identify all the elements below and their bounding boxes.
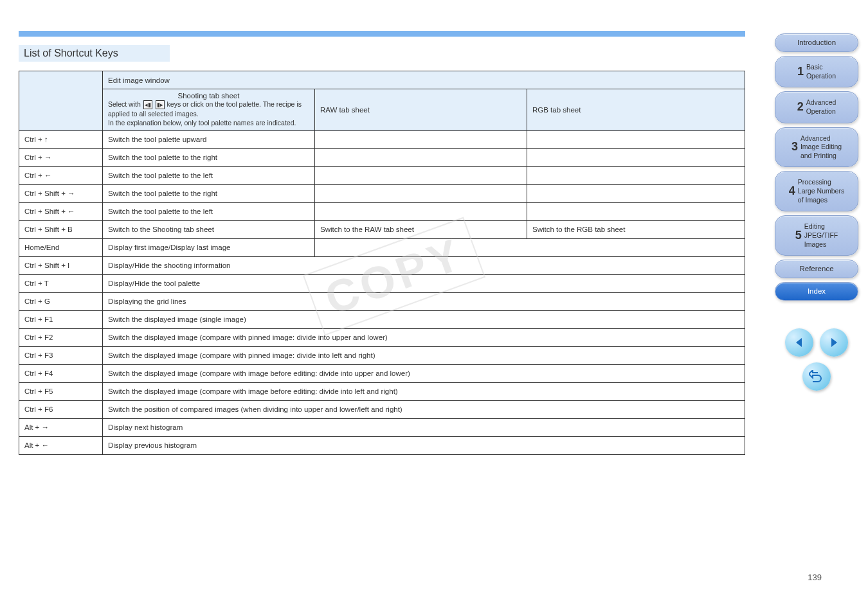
nav-label: Index [808,287,826,295]
pager [765,326,868,395]
header-accent-bar [19,31,745,37]
table-row: Ctrl + F3Switch the displayed image (com… [19,346,745,364]
nav-button-advanced[interactable]: 2AdvancedOperation [775,91,858,123]
table-row: Ctrl + Shift + →Switch the tool palette … [19,184,745,202]
col-top-span: Edit image window [103,71,745,89]
next-page-button[interactable] [820,328,848,357]
nav-chapter-number: 5 [795,228,802,243]
col-blank [19,71,103,131]
nav-label: ProcessingLarge Numbersof Images [798,178,844,204]
nav-button-processing[interactable]: 4ProcessingLarge Numbersof Images [775,171,858,211]
nav-button-reference[interactable]: Reference [775,260,858,278]
nav-label: AdvancedOperation [806,98,836,116]
table-row-home-end: Home/End Display first image/Display las… [19,238,745,256]
table-row: Ctrl + F1Switch the displayed image (sin… [19,310,745,328]
sidebar-nav: Introduction1BasicOperation2AdvancedOper… [765,30,868,395]
table-row: Ctrl + Shift + ←Switch the tool palette … [19,202,745,220]
nav-chapter-number: 3 [791,139,798,154]
nav-button-editing[interactable]: 5EditingJPEG/TIFFImages [775,215,858,256]
section-title: List of Shortcut Keys [19,45,170,62]
nav-button-introduction[interactable]: Introduction [775,33,858,52]
svg-marker-1 [831,338,837,347]
nav-label: BasicOperation [806,63,836,80]
table-row: Ctrl + F4Switch the displayed image (com… [19,364,745,382]
table-row: Ctrl + Shift + BSwitch to the Shooting t… [19,220,745,238]
back-button[interactable] [802,362,831,391]
col-header-shooting: Shooting tab sheet Select with ◂▮ ▮▸ key… [103,89,315,131]
table-row: Alt + ←Display previous histogram [19,436,745,454]
table-row: Alt + →Display next histogram [19,418,745,436]
table-row: Ctrl + F5Switch the displayed image (com… [19,382,745,400]
table-row: Ctrl + TDisplay/Hide the tool palette [19,274,745,292]
shortcut-table: Edit image window Shooting tab sheet Sel… [19,71,745,455]
nav-button-index[interactable]: Index [775,282,858,301]
table-row: Ctrl + ←Switch the tool palette to the l… [19,166,745,184]
nav-label: Introduction [797,39,836,46]
table-row: Ctrl + →Switch the tool palette to the r… [19,148,745,166]
tool-next-icon: ▮▸ [156,100,165,109]
nav-label: Reference [799,265,833,272]
nav-button-basic[interactable]: 1BasicOperation [775,56,858,87]
table-row: Ctrl + F6Switch the position of compared… [19,400,745,418]
nav-chapter-number: 2 [797,100,804,114]
nav-button-advanced[interactable]: 3AdvancedImage Editingand Printing [775,127,858,168]
nav-label: AdvancedImage Editingand Printing [800,134,842,161]
svg-marker-0 [796,338,802,347]
table-row: Ctrl + GDisplaying the grid lines [19,292,745,310]
table-row: Ctrl + ↑Switch the tool palette upward [19,130,745,148]
col-header-rgb: RGB tab sheet [527,89,745,131]
nav-label: EditingJPEG/TIFFImages [804,222,838,249]
tool-prev-icon: ◂▮ [143,100,152,109]
page-number: 139 [808,573,822,582]
col-header-raw: RAW tab sheet [315,89,527,131]
nav-chapter-number: 4 [789,184,795,199]
col-header-note: Select with ◂▮ ▮▸ keys or click on the t… [108,100,309,118]
prev-page-button[interactable] [785,328,813,357]
table-row: Ctrl + Shift + IDisplay/Hide the shootin… [19,256,745,274]
nav-chapter-number: 1 [797,64,804,79]
section-title-text: List of Shortcut Keys [24,48,118,58]
table-row: Ctrl + F2Switch the displayed image (com… [19,328,745,346]
